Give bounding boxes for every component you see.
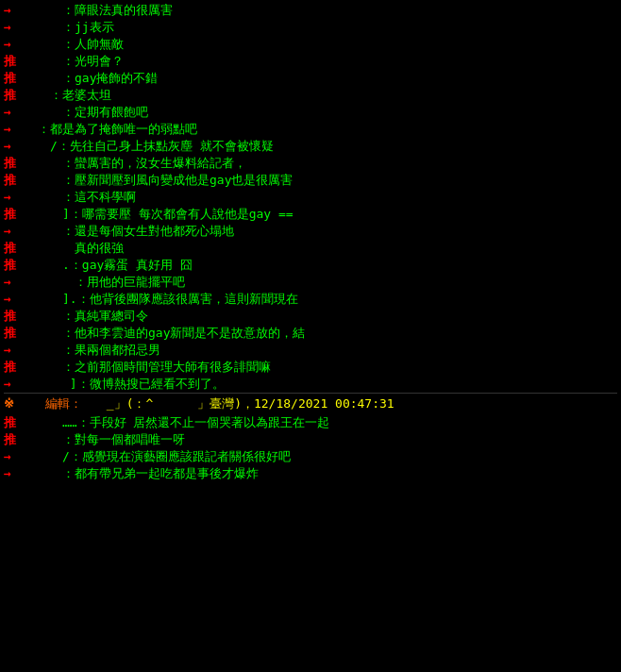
line-item: → ：障眼法真的很厲害 — [4, 2, 617, 19]
line-content: ：人帥無敵 — [38, 36, 617, 53]
line-prefix: 推 — [4, 240, 38, 257]
line-item: 推 .：gay霧蛋 真好用 囧 — [4, 257, 617, 274]
line-prefix: 推 — [4, 155, 38, 172]
line-content: ：gay掩飾的不錯 — [38, 70, 617, 87]
line-item: 推 ：壓新聞壓到風向變成他是gay也是很厲害 — [4, 172, 617, 189]
line-content: ]：哪需要壓 每次都會有人說他是gay == — [38, 206, 617, 223]
line-item: → ：用他的巨龍擺平吧 — [4, 274, 617, 291]
line-item: 推 ：他和李雲迪的gay新聞是不是故意放的，結 — [4, 325, 617, 342]
main-container: → ：障眼法真的很厲害→ ：jj表示→ ：人帥無敵推 ：光明會？推 ：gay掩飾… — [0, 0, 621, 484]
line-prefix: → — [4, 274, 38, 291]
line-prefix: → — [4, 376, 38, 393]
line-prefix: → — [4, 104, 38, 121]
line-prefix: 推 — [4, 87, 38, 104]
line-content: ：這不科學啊 — [38, 189, 617, 206]
line-prefix: 推 — [4, 53, 38, 70]
line-prefix: 推 — [4, 414, 38, 431]
line-item: → /：感覺現在演藝圈應該跟記者關係很好吧 — [4, 448, 617, 465]
line-prefix: → — [4, 36, 38, 53]
line-content: ：之前那個時間管理大師有很多誹聞嘛 — [38, 359, 617, 376]
line-item: → ].：他背後團隊應該很厲害，這則新聞現在 — [4, 291, 617, 308]
line-prefix: → — [4, 138, 38, 155]
line-item: →：都是為了掩飾唯一的弱點吧 — [4, 121, 617, 138]
line-prefix: 推 — [4, 206, 38, 223]
line-prefix: → — [4, 342, 38, 359]
line-item: → ]：微博熱搜已經看不到了。 — [4, 376, 617, 393]
line-item: ※ 編輯： _」(：^ 」臺灣)，12/18/2021 00:47:31 — [4, 393, 617, 414]
line-content: ]：微博熱搜已經看不到了。 — [38, 376, 617, 393]
line-content: ：都是為了掩飾唯一的弱點吧 — [38, 121, 617, 138]
line-content: ：對每一個都唱唯一呀 — [38, 431, 617, 448]
line-content: ：果兩個都招忌男 — [38, 342, 617, 359]
line-item: → ：jj表示 — [4, 19, 617, 36]
line-item: 推 ：之前那個時間管理大師有很多誹聞嘛 — [4, 359, 617, 376]
edit-info: _」(：^ 」臺灣)，12/18/2021 00:47:31 — [82, 395, 394, 412]
line-prefix: → — [4, 121, 38, 138]
line-prefix: 推 — [4, 359, 38, 376]
line-item: → ：還是每個女生對他都死心塌地 — [4, 223, 617, 240]
line-prefix: → — [4, 291, 38, 308]
line-content: 真的很強 — [38, 240, 617, 257]
line-prefix: → — [4, 19, 38, 36]
line-prefix: → — [4, 223, 38, 240]
line-content: ：他和李雲迪的gay新聞是不是故意放的，結 — [38, 325, 617, 342]
line-item: 推 ：光明會？ — [4, 53, 617, 70]
line-content: ……：手段好 居然還不止一個哭著以為跟王在一起 — [38, 414, 617, 431]
line-item: 推 ：老婆太坦 — [4, 87, 617, 104]
line-item: 推 ……：手段好 居然還不止一個哭著以為跟王在一起 — [4, 414, 617, 431]
line-item: → ：這不科學啊 — [4, 189, 617, 206]
line-item: → ：果兩個都招忌男 — [4, 342, 617, 359]
line-prefix: 推 — [4, 431, 38, 448]
line-content: .：gay霧蛋 真好用 囧 — [38, 257, 617, 274]
line-prefix: → — [4, 2, 38, 19]
line-content: ：老婆太坦 — [38, 87, 617, 104]
line-item: → ：都有帶兄弟一起吃都是事後才爆炸 — [4, 465, 617, 482]
line-item: → ：定期有餵飽吧 — [4, 104, 617, 121]
line-content: ：定期有餵飽吧 — [38, 104, 617, 121]
line-prefix: → — [4, 448, 38, 465]
line-content: ：障眼法真的很厲害 — [38, 2, 617, 19]
edit-label: 編輯： — [38, 395, 82, 412]
line-prefix: → — [4, 189, 38, 206]
line-item: → /：先往自己身上抹點灰塵 就不會被懷疑 — [4, 138, 617, 155]
line-content: ：真純軍總司令 — [38, 308, 617, 325]
line-prefix: 推 — [4, 172, 38, 189]
line-item: 推 ：gay掩飾的不錯 — [4, 70, 617, 87]
line-item: 推 ：對每一個都唱唯一呀 — [4, 431, 617, 448]
line-content: ：蠻厲害的，沒女生爆料給記者， — [38, 155, 617, 172]
lines-container: → ：障眼法真的很厲害→ ：jj表示→ ：人帥無敵推 ：光明會？推 ：gay掩飾… — [4, 2, 617, 482]
edit-marker: ※ — [4, 395, 38, 412]
line-content: ：光明會？ — [38, 53, 617, 70]
line-content: /：感覺現在演藝圈應該跟記者關係很好吧 — [38, 448, 617, 465]
line-content: ].：他背後團隊應該很厲害，這則新聞現在 — [38, 291, 617, 308]
line-item: 推 真的很強 — [4, 240, 617, 257]
line-prefix: 推 — [4, 308, 38, 325]
line-prefix: 推 — [4, 257, 38, 274]
line-content: ：還是每個女生對他都死心塌地 — [38, 223, 617, 240]
line-item: 推 ]：哪需要壓 每次都會有人說他是gay == — [4, 206, 617, 223]
line-content: ：用他的巨龍擺平吧 — [38, 274, 617, 291]
line-content: ：jj表示 — [38, 19, 617, 36]
line-item: → ：人帥無敵 — [4, 36, 617, 53]
line-prefix: → — [4, 465, 38, 482]
line-prefix: 推 — [4, 325, 38, 342]
line-content: ：壓新聞壓到風向變成他是gay也是很厲害 — [38, 172, 617, 189]
line-prefix: 推 — [4, 70, 38, 87]
line-content: /：先往自己身上抹點灰塵 就不會被懷疑 — [38, 138, 617, 155]
line-item: 推 ：真純軍總司令 — [4, 308, 617, 325]
line-content: ：都有帶兄弟一起吃都是事後才爆炸 — [38, 465, 617, 482]
line-item: 推 ：蠻厲害的，沒女生爆料給記者， — [4, 155, 617, 172]
